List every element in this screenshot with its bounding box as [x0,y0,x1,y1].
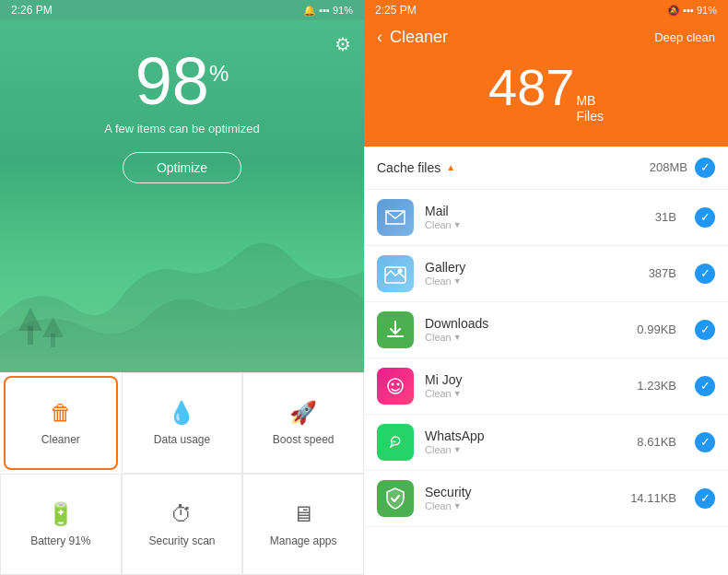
file-item-security: Security Clean ▼ 14.11KB ✓ [364,471,728,527]
left-status-bar: 2:26 PM 🔔 ▪▪▪ 91% [0,0,364,20]
mijoy-check-icon[interactable]: ✓ [695,376,715,396]
grid-item-manage-apps[interactable]: 🖥 Manage apps [242,474,364,575]
left-main-area: ⚙ 98% A few items can be optimized Optim… [0,20,364,372]
manage-apps-label: Manage apps [270,534,337,547]
right-hero: 487 MB Files [364,62,728,147]
mijoy-file-info: Mi Joy Clean ▼ [425,372,626,399]
file-item-mijoy: Mi Joy Clean ▼ 1.23KB ✓ [364,358,728,415]
svg-point-9 [397,382,400,385]
whatsapp-name: WhatsApp [425,428,626,443]
mijoy-app-icon [377,368,414,405]
gallery-check-icon[interactable]: ✓ [695,264,715,284]
cleaner-icon: 🗑 [50,400,72,426]
boost-speed-icon: 🚀 [289,400,317,426]
hero-files: Files [576,109,604,124]
boost-speed-label: Boost speed [273,433,335,446]
gallery-sub: Clean ▼ [425,276,638,287]
left-time: 2:26 PM [11,4,53,17]
right-header: ‹ Cleaner Deep clean [364,20,728,62]
mijoy-size: 1.23KB [637,379,676,393]
mail-app-icon [377,199,414,236]
left-grid: 🗑 Cleaner 💧 Data usage 🚀 Boost speed 🔋 B… [0,372,364,575]
data-usage-icon: 💧 [168,400,195,426]
battery-icon: 🔋 [47,501,75,527]
left-signal-icon: ▪▪▪ [319,5,330,16]
mail-dropdown-icon[interactable]: ▼ [453,220,462,229]
cache-header-right: 208MB ✓ [650,158,715,178]
score-unit: % [209,61,229,86]
whatsapp-file-info: WhatsApp Clean ▼ [425,428,626,455]
right-mute-icon: 🔕 [667,5,680,17]
file-item-whatsapp: WhatsApp Clean ▼ 8.61KB ✓ [364,415,728,471]
gallery-file-info: Gallery Clean ▼ [425,260,638,287]
settings-icon[interactable]: ⚙ [335,33,351,55]
mijoy-sub: Clean ▼ [425,388,626,399]
gallery-size: 387B [649,266,676,280]
file-item-downloads: Downloads Clean ▼ 0.99KB ✓ [364,302,728,358]
optimize-subtitle: A few items can be optimized [104,122,259,135]
whatsapp-check-icon[interactable]: ✓ [695,432,715,452]
mijoy-dropdown-icon[interactable]: ▼ [453,389,462,398]
downloads-dropdown-icon[interactable]: ▼ [453,333,462,342]
grid-item-battery[interactable]: 🔋 Battery 91% [0,474,122,575]
downloads-check-icon[interactable]: ✓ [695,320,715,340]
mountain-background [0,225,364,372]
file-item-gallery: Gallery Clean ▼ 387B ✓ [364,246,728,302]
left-battery-text: 91% [333,5,353,16]
score-number: 98 [135,44,209,118]
downloads-name: Downloads [425,316,626,331]
file-item-mail: Mail Clean ▼ 31B ✓ [364,190,728,246]
hero-mb: MB [576,93,604,109]
hero-unit: MB Files [576,93,604,124]
grid-item-cleaner[interactable]: 🗑 Cleaner [4,376,118,470]
battery-label: Battery 91% [30,534,90,547]
right-signal-icon: ▪▪▪ [683,5,694,16]
whatsapp-app-icon [377,424,414,461]
manage-apps-icon: 🖥 [292,501,314,527]
svg-point-8 [392,382,394,385]
downloads-sub: Clean ▼ [425,332,626,343]
hero-number: 487 [488,62,574,113]
mail-size: 31B [655,210,676,224]
mail-file-info: Mail Clean ▼ [425,204,644,230]
security-scan-label: Security scan [148,534,215,547]
right-battery-text: 91% [697,5,717,16]
grid-item-security-scan[interactable]: ⏱ Security scan [122,474,243,575]
deep-clean-button[interactable]: Deep clean [654,30,715,44]
left-notification-icon: 🔔 [303,5,316,17]
right-panel: 2:25 PM 🔕 ▪▪▪ 91% ‹ Cleaner Deep clean 4… [364,0,728,575]
left-status-icons: 🔔 ▪▪▪ 91% [303,5,353,17]
right-status-bar: 2:25 PM 🔕 ▪▪▪ 91% [364,0,728,20]
gallery-app-icon [377,255,414,292]
cache-size: 208MB [650,160,687,174]
score-display: 98% [135,48,229,114]
whatsapp-sub: Clean ▼ [425,444,626,455]
left-panel: 2:26 PM 🔔 ▪▪▪ 91% ⚙ 98% A few items can … [0,0,364,575]
cache-label: Cache files [377,160,440,175]
security-app-icon [377,480,414,517]
mail-sub: Clean ▼ [425,219,644,230]
data-usage-label: Data usage [154,433,210,446]
downloads-app-icon [377,311,414,348]
downloads-file-info: Downloads Clean ▼ [425,316,626,343]
downloads-size: 0.99KB [637,323,676,336]
optimize-button[interactable]: Optimize [123,152,241,183]
cache-header-left: Cache files ▲ [377,160,455,175]
grid-item-boost-speed[interactable]: 🚀 Boost speed [242,372,364,474]
security-check-icon[interactable]: ✓ [695,488,715,509]
whatsapp-dropdown-icon[interactable]: ▼ [453,445,462,454]
mail-check-icon[interactable]: ✓ [695,207,715,228]
sort-arrow-icon[interactable]: ▲ [446,162,455,172]
back-button[interactable]: ‹ [377,28,382,47]
security-file-info: Security Clean ▼ [425,485,619,511]
mail-name: Mail [425,204,644,218]
cache-header: Cache files ▲ 208MB ✓ [364,147,728,190]
cleaner-label: Cleaner [41,433,80,446]
cache-check-icon[interactable]: ✓ [695,158,715,178]
security-size: 14.11KB [630,491,676,505]
whatsapp-size: 8.61KB [637,435,676,449]
security-dropdown-icon[interactable]: ▼ [453,501,462,510]
right-status-icons: 🔕 ▪▪▪ 91% [667,5,717,17]
grid-item-data-usage[interactable]: 💧 Data usage [122,372,243,474]
gallery-dropdown-icon[interactable]: ▼ [453,276,462,286]
